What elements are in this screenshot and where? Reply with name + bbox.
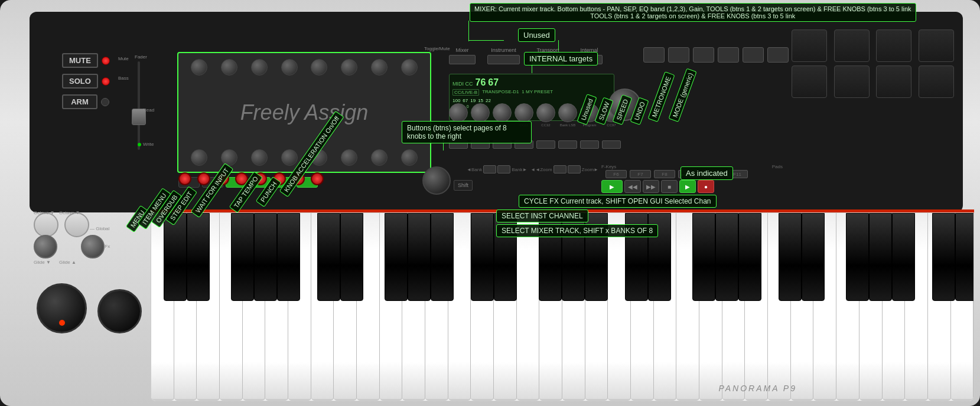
white-key-34[interactable] <box>905 213 928 401</box>
slow-btn[interactable] <box>668 47 689 63</box>
display-bot-knob-8[interactable] <box>401 149 418 166</box>
display-knob-3[interactable] <box>251 59 268 76</box>
display-knob-6[interactable] <box>341 59 357 76</box>
mute-button[interactable]: MUTE <box>62 53 98 68</box>
display-bot-knob-7[interactable] <box>371 149 388 166</box>
display-bot-knob-3[interactable] <box>251 149 268 166</box>
zoom-left-btn[interactable] <box>554 165 566 173</box>
red-btn-8[interactable] <box>311 172 324 185</box>
white-key-25[interactable] <box>699 213 722 401</box>
display-knob-7[interactable] <box>371 59 388 76</box>
f8-btn[interactable]: F8 <box>654 170 675 178</box>
drum-pad-4[interactable] <box>919 30 954 62</box>
white-key-21[interactable] <box>608 213 631 401</box>
transport-encoder-knob[interactable] <box>422 166 451 195</box>
page-btn-5[interactable] <box>536 140 555 149</box>
white-key-18[interactable] <box>539 213 562 401</box>
display-bot-knob-1[interactable] <box>191 149 207 166</box>
f7-btn[interactable]: F7 <box>630 170 651 178</box>
knob-3[interactable] <box>493 103 512 122</box>
white-key-15[interactable] <box>471 213 494 401</box>
white-key-22[interactable] <box>631 213 654 401</box>
record-btn[interactable]: ● <box>698 180 714 193</box>
drum-pad-8[interactable] <box>919 66 954 98</box>
big-encoder-right[interactable] <box>97 289 142 333</box>
glide-knob-1[interactable] <box>34 235 57 258</box>
bank-left-btn[interactable] <box>483 165 496 173</box>
white-key-6[interactable] <box>265 213 288 401</box>
octave-btn-2[interactable] <box>64 212 89 237</box>
white-key-11[interactable] <box>380 213 403 401</box>
white-key-35[interactable] <box>928 213 951 401</box>
white-key-16[interactable] <box>494 213 517 401</box>
octave-btn-1[interactable] <box>34 212 58 237</box>
white-key-9[interactable] <box>334 213 357 401</box>
drum-pad-1[interactable] <box>792 30 827 62</box>
play2-btn[interactable]: ▶ <box>679 180 696 193</box>
solo-button[interactable]: SOLO <box>62 74 98 89</box>
knob-1[interactable] <box>449 103 468 122</box>
drum-pad-5[interactable] <box>792 66 827 98</box>
white-key-27[interactable] <box>745 213 768 401</box>
drum-pad-6[interactable] <box>834 66 870 98</box>
arm-button[interactable]: ARM <box>62 94 97 109</box>
white-key-8[interactable] <box>311 213 334 401</box>
glide-knob-2[interactable] <box>81 235 105 258</box>
white-key-28[interactable] <box>768 213 791 401</box>
bank-right-btn[interactable] <box>497 165 510 173</box>
rew-btn[interactable]: ◀◀ <box>624 180 641 193</box>
display-bot-knob-2[interactable] <box>221 149 237 166</box>
white-key-19[interactable] <box>562 213 585 401</box>
knob-2[interactable] <box>471 103 490 122</box>
white-key-14[interactable] <box>448 213 471 401</box>
white-key-29[interactable] <box>791 213 814 401</box>
play-btn[interactable]: ▶ <box>601 180 623 193</box>
white-key-24[interactable] <box>676 213 699 401</box>
shift-button[interactable]: Shift <box>454 180 473 191</box>
white-key-36[interactable] <box>951 213 974 401</box>
drum-pad-7[interactable] <box>876 66 911 98</box>
big-encoder-left[interactable] <box>37 283 87 333</box>
knob-4[interactable] <box>515 103 533 122</box>
white-key-10[interactable] <box>357 213 380 401</box>
white-key-30[interactable] <box>813 213 836 401</box>
page-btn-7[interactable] <box>580 140 599 149</box>
stop-btn[interactable]: ■ <box>661 180 678 193</box>
unused-btn[interactable] <box>643 47 665 63</box>
display-bot-knob-4[interactable] <box>281 149 298 166</box>
display-bot-knob-6[interactable] <box>341 149 357 166</box>
page-btn-6[interactable] <box>558 140 577 149</box>
red-btn-2[interactable] <box>197 172 210 185</box>
display-knob-1[interactable] <box>191 59 207 76</box>
drum-pad-3[interactable] <box>876 30 911 62</box>
knob-5[interactable] <box>536 103 555 122</box>
white-key-31[interactable] <box>836 213 859 401</box>
white-key-17[interactable] <box>517 213 540 401</box>
white-key-32[interactable] <box>859 213 883 401</box>
undo-btn[interactable] <box>718 47 739 63</box>
white-key-12[interactable] <box>402 213 425 401</box>
white-key-4[interactable] <box>220 213 243 401</box>
ff-btn[interactable]: ▶▶ <box>643 180 659 193</box>
knob-6[interactable] <box>558 103 577 122</box>
display-knob-4[interactable] <box>281 59 298 76</box>
display-knob-5[interactable] <box>311 59 327 76</box>
white-key-33[interactable] <box>883 213 906 401</box>
zoom-right-btn[interactable] <box>568 165 581 173</box>
white-key-1[interactable] <box>151 213 174 401</box>
speed-btn[interactable] <box>693 47 714 63</box>
white-key-5[interactable] <box>243 213 266 401</box>
f6-btn[interactable]: F6 <box>605 170 627 178</box>
metronome-btn[interactable] <box>743 47 764 63</box>
mixer-mode-btn[interactable] <box>449 55 476 64</box>
white-key-26[interactable] <box>722 213 745 401</box>
white-key-3[interactable] <box>197 213 220 401</box>
page-btn-8[interactable] <box>602 140 621 149</box>
white-key-20[interactable] <box>585 213 608 401</box>
instrument-mode-btn[interactable] <box>487 55 520 64</box>
white-key-23[interactable] <box>654 213 677 401</box>
display-knob-2[interactable] <box>221 59 237 76</box>
display-knob-8[interactable] <box>401 59 418 76</box>
white-key-7[interactable] <box>288 213 311 401</box>
red-btn-1[interactable] <box>178 172 191 185</box>
